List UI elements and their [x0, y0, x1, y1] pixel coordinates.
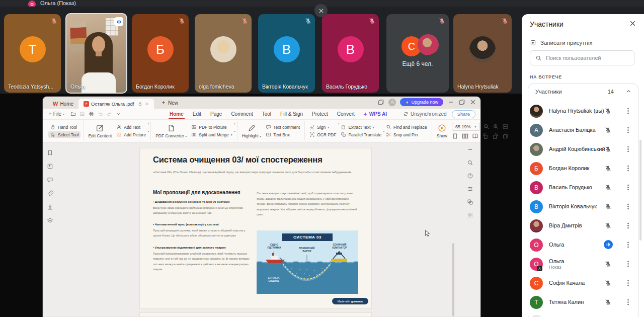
stamp-icon[interactable]	[47, 204, 53, 210]
edit-content-button[interactable]: Edit Content	[88, 124, 112, 138]
participant-row[interactable]: Т Тетяна Калин	[528, 293, 638, 312]
tab-tool[interactable]: Tool	[262, 111, 271, 117]
parallel-translate-button[interactable]: Parallel Translate	[341, 132, 381, 137]
add-text-button[interactable]: Add Text	[116, 124, 146, 130]
hand-tool-button[interactable]: Hand Tool	[50, 124, 78, 130]
minimize-icon[interactable]	[447, 99, 454, 106]
more-options-button[interactable]	[624, 222, 632, 229]
overflow-tile[interactable]: С Ещё 6 чел.	[386, 14, 449, 93]
collapse-icon[interactable]	[467, 146, 473, 153]
find-replace-button[interactable]: Find and Replace	[386, 124, 427, 130]
video-tile[interactable]: T Teodozia Yatsysh...	[4, 14, 61, 93]
tab-comment[interactable]: Comment	[231, 111, 253, 117]
participant-row[interactable]: В Вікторія Ковальчук	[528, 197, 638, 216]
panel-scrollbar[interactable]	[639, 140, 641, 241]
tab-protect[interactable]: Protect	[312, 111, 328, 117]
more-options-button[interactable]	[624, 298, 632, 306]
document-scrollbar[interactable]	[452, 243, 454, 316]
search-input[interactable]	[546, 55, 621, 61]
tab-home[interactable]: Home	[170, 111, 184, 117]
search-box[interactable]	[530, 50, 634, 65]
video-tile[interactable]: Б Богдан Королик	[132, 14, 189, 93]
tab-fill-sign[interactable]: Fill & Sign	[280, 111, 303, 117]
sync-status[interactable]: Unsynchronized	[403, 111, 447, 117]
two-page-icon[interactable]	[462, 133, 468, 139]
more-options-button[interactable]	[624, 126, 632, 134]
rotate-left-icon[interactable]	[482, 133, 489, 139]
more-options-button[interactable]	[624, 241, 632, 249]
snip-pin-button[interactable]: Snip and Pin	[386, 132, 427, 137]
bookmark-icon[interactable]	[47, 149, 53, 156]
participant-row[interactable]: В Василь Горудько	[528, 178, 638, 197]
more-options-button[interactable]	[624, 279, 632, 287]
tab-edit[interactable]: Edit	[193, 111, 201, 117]
comments-icon[interactable]	[47, 177, 53, 183]
zoom-in-icon[interactable]	[493, 123, 499, 130]
new-tab-button[interactable]: New	[161, 100, 178, 106]
zoom-out-icon[interactable]	[483, 123, 490, 130]
add-picture-button[interactable]: Add Picture	[116, 132, 146, 137]
show-button[interactable]: Show	[437, 124, 447, 138]
tab-page[interactable]: Page	[210, 111, 222, 117]
save-icon[interactable]	[79, 111, 85, 117]
select-tool-button[interactable]: Select Tool	[48, 131, 80, 138]
thumbnails-icon[interactable]	[47, 163, 53, 170]
pdf-converter-button[interactable]: PDF Converter ▾	[155, 124, 187, 138]
more-options-button[interactable]	[624, 107, 632, 115]
layers-icon[interactable]	[47, 217, 53, 224]
chevron-down-icon[interactable]	[116, 111, 121, 117]
sign-button[interactable]: Sign ▾	[309, 124, 336, 130]
video-tile-active-speaker[interactable]: Ольга	[65, 13, 127, 94]
rotate-right-icon[interactable]	[492, 133, 499, 139]
undo-icon[interactable]	[98, 111, 103, 117]
participant-row[interactable]: Андрій Коцюбинський	[528, 140, 638, 159]
ocr-pdf-button[interactable]: OCR PDF	[309, 132, 336, 137]
record-attendance-button[interactable]: Записати присутніх	[530, 39, 592, 46]
participant-row[interactable]: А Анастасія Баліцка	[528, 121, 638, 140]
restore-icon[interactable]	[458, 99, 465, 106]
participant-row[interactable]: О Ольга	[528, 235, 638, 255]
redo-icon[interactable]	[107, 111, 112, 117]
participant-row[interactable]: С Софія Качала	[528, 274, 638, 293]
participant-row[interactable]: Б Богдан Королик	[528, 159, 638, 178]
participant-row-presenting[interactable]: О Ольга Показ	[528, 255, 638, 274]
page-options-icon[interactable]	[502, 133, 509, 139]
text-comment-button[interactable]: Text comment	[266, 124, 300, 130]
window-layout-icon[interactable]	[377, 99, 384, 106]
tab-convert[interactable]: Convert	[337, 111, 355, 117]
close-tab-icon[interactable]	[144, 102, 149, 106]
print-icon[interactable]	[89, 111, 94, 117]
pdf-to-picture-button[interactable]: PDF to Picture	[191, 124, 232, 130]
open-icon[interactable]	[70, 111, 76, 117]
split-merge-button[interactable]: Split and Merge ▾	[191, 132, 232, 137]
participant-row-partial[interactable]	[528, 312, 638, 317]
book-view-icon[interactable]	[472, 133, 478, 139]
more-options-button[interactable]	[624, 203, 632, 210]
video-tile[interactable]: Halyna Hrytsuliak	[453, 14, 512, 93]
extract-text-button[interactable]: Extract Text ▾	[341, 124, 381, 130]
more-options-button[interactable]	[624, 184, 632, 191]
text-box-button[interactable]: Text Box	[266, 132, 300, 137]
more-options-button[interactable]	[624, 165, 632, 172]
made-with-badge[interactable]: Made withgamma	[332, 298, 368, 304]
file-menu[interactable]: ≡File▾	[49, 111, 64, 117]
help-icon[interactable]	[467, 173, 473, 179]
document-tab[interactable]: P Остап'як Ольга .pdf	[78, 99, 154, 109]
video-tile[interactable]: В Вікторія Ковальчук	[258, 14, 315, 93]
settings-sliders-icon[interactable]	[467, 186, 473, 192]
highlight-button[interactable]: Highlight ▾	[242, 124, 261, 138]
participant-row[interactable]: Halyna Hrytsuliak (вы)	[528, 102, 638, 121]
participants-group-header[interactable]: Участники 14	[528, 84, 638, 99]
zoom-level-control[interactable]: 65.19% ▾	[452, 123, 480, 131]
wps-ai-button[interactable]: WPS AI	[363, 111, 387, 117]
more-options-button[interactable]	[624, 260, 632, 268]
participant-row[interactable]: Віра Дмитрів	[528, 216, 638, 235]
close-strip-button[interactable]	[314, 4, 328, 17]
fit-page-icon[interactable]	[502, 123, 509, 130]
close-window-icon[interactable]	[469, 99, 476, 106]
more-options-button[interactable]	[624, 145, 632, 153]
close-panel-button[interactable]	[628, 20, 637, 29]
upgrade-button[interactable]: Upgrade now	[400, 98, 443, 106]
wps-home-tab[interactable]: W Home	[48, 99, 78, 109]
grid-icon[interactable]	[467, 212, 473, 218]
